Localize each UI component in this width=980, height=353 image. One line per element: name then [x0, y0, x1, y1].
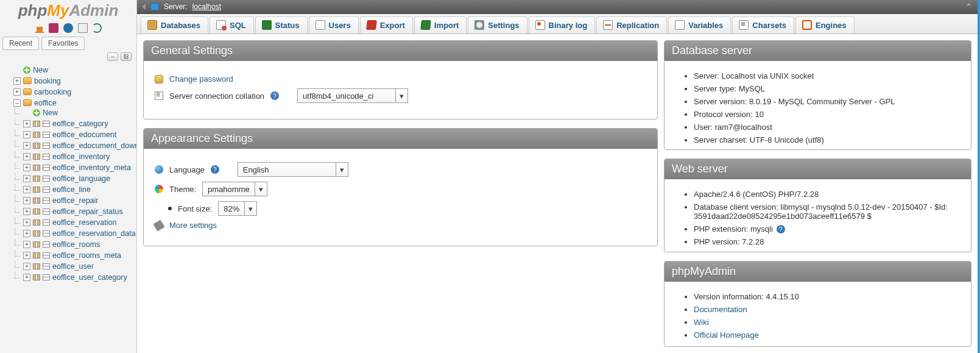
db-link[interactable]: booking [34, 77, 61, 85]
expand-icon[interactable]: + [23, 263, 30, 270]
columns-icon[interactable] [33, 121, 40, 127]
expand-icon[interactable]: + [23, 142, 30, 149]
phpmyadmin-panel: phpMyAdmin Version information: 4.4.15.1… [664, 261, 971, 347]
language-select[interactable]: English ▾ [238, 162, 348, 177]
tab-label: Engines [816, 21, 847, 30]
columns-icon[interactable] [33, 263, 40, 269]
expand-icon[interactable]: + [23, 219, 30, 226]
tab-status[interactable]: Status [255, 16, 308, 34]
tab-engines[interactable]: Engines [795, 16, 855, 34]
columns-icon[interactable] [33, 165, 40, 171]
reload-icon[interactable] [92, 23, 102, 33]
sidebar-tabs: Recent Favorites [0, 37, 136, 50]
tab-replication[interactable]: Replication [596, 16, 667, 34]
new-table-icon [33, 109, 40, 116]
help-icon[interactable]: ? [211, 165, 219, 174]
tab-binary-log[interactable]: Binary log [529, 16, 596, 34]
tab-import[interactable]: Import [414, 16, 467, 34]
link-button[interactable]: ⛓ [121, 52, 132, 61]
new-table-link[interactable]: New [43, 109, 58, 117]
columns-icon[interactable] [33, 209, 40, 215]
columns-icon[interactable] [33, 198, 40, 204]
table-link[interactable]: eoffice_inventory_meta [52, 163, 131, 172]
columns-icon[interactable] [33, 230, 40, 237]
database-server-panel: Database server Server: Localhost via UN… [664, 40, 971, 150]
tab-favorites[interactable]: Favorites [41, 37, 85, 50]
db-link[interactable]: eoffice [34, 99, 57, 107]
table-link[interactable]: eoffice_reservation [52, 218, 116, 227]
columns-icon[interactable] [33, 176, 40, 182]
columns-icon[interactable] [33, 143, 40, 149]
info-item: Server type: MySQL [694, 82, 960, 95]
expand-icon[interactable]: + [23, 241, 30, 248]
tab-settings[interactable]: Settings [468, 16, 527, 34]
table-link[interactable]: eoffice_repair [52, 196, 99, 205]
tab-variables[interactable]: Variables [668, 16, 731, 34]
expand-icon[interactable]: + [23, 164, 30, 171]
table-link[interactable]: eoffice_edocument_download [52, 141, 136, 150]
table-link[interactable]: eoffice_line [52, 185, 91, 194]
columns-icon[interactable] [33, 187, 40, 193]
expand-icon[interactable]: + [23, 120, 30, 127]
table-link[interactable]: eoffice_rooms_meta [52, 251, 121, 260]
expand-icon[interactable]: + [23, 186, 30, 193]
tab-databases[interactable]: Databases [141, 16, 208, 34]
tab-charsets[interactable]: Charsets [732, 16, 794, 34]
help-icon[interactable]: ? [777, 225, 785, 234]
table-link[interactable]: eoffice_user [52, 262, 94, 271]
table-link[interactable]: eoffice_inventory [52, 152, 110, 161]
expand-icon[interactable]: + [23, 208, 30, 215]
pma-link[interactable]: Wiki [694, 318, 709, 327]
new-db-link[interactable]: New [33, 66, 48, 74]
expand-icon[interactable]: + [23, 274, 30, 281]
columns-icon[interactable] [33, 154, 40, 160]
expand-icon[interactable]: + [23, 175, 30, 182]
back-icon[interactable] [142, 4, 146, 10]
table-link[interactable]: eoffice_edocument [52, 130, 116, 139]
expand-icon[interactable]: + [23, 153, 30, 160]
pma-link[interactable]: Official Homepage [694, 330, 759, 340]
tab-export[interactable]: Export [360, 16, 413, 34]
table-link[interactable]: eoffice_reservation_data [52, 229, 136, 238]
db-link[interactable]: carbooking [34, 88, 71, 96]
table-link[interactable]: eoffice_repair_status [52, 207, 123, 216]
expand-icon[interactable]: + [13, 77, 21, 85]
table-icon [43, 132, 50, 138]
expand-icon[interactable]: + [13, 88, 21, 96]
collation-select[interactable]: utf8mb4_unicode_ci ▾ [297, 88, 408, 103]
table-link[interactable]: eoffice_category [52, 119, 108, 128]
columns-icon[interactable] [33, 132, 40, 138]
table-icon [43, 154, 50, 160]
font-size-select[interactable]: 82% ▾ [218, 201, 257, 216]
help-icon[interactable]: ? [270, 91, 279, 100]
expand-icon[interactable]: – [13, 99, 21, 107]
tab-users[interactable]: Users [309, 16, 359, 34]
logo[interactable]: phpMyAdmin [0, 0, 136, 20]
columns-icon[interactable] [33, 274, 40, 280]
pma-link[interactable]: Documentation [694, 305, 747, 314]
expand-icon[interactable]: + [23, 131, 30, 138]
breadcrumb-server[interactable]: localhost [192, 2, 221, 11]
database-icon [23, 99, 32, 106]
docs-icon[interactable] [78, 23, 88, 33]
theme-select[interactable]: pmahomme ▾ [202, 182, 267, 196]
logout-icon[interactable] [49, 23, 58, 33]
table-link[interactable]: eoffice_language [52, 174, 110, 183]
font-size-label: Font size: [178, 204, 212, 213]
tab-recent[interactable]: Recent [2, 37, 39, 50]
change-password-link[interactable]: Change password [169, 74, 233, 84]
columns-icon[interactable] [33, 241, 40, 248]
columns-icon[interactable] [33, 252, 40, 259]
expand-icon[interactable]: + [23, 230, 30, 237]
more-settings-link[interactable]: More settings [169, 221, 217, 230]
table-link[interactable]: eoffice_rooms [52, 240, 100, 249]
collapse-button[interactable]: – [107, 52, 118, 61]
expand-icon[interactable]: + [23, 197, 30, 204]
help-icon[interactable] [63, 23, 73, 33]
tab-sql[interactable]: SQL [210, 16, 254, 34]
panel-toggle-icon[interactable]: ⌃ [965, 2, 973, 12]
table-link[interactable]: eoffice_user_category [52, 273, 127, 282]
columns-icon[interactable] [33, 219, 40, 226]
expand-icon[interactable]: + [23, 252, 30, 259]
home-icon[interactable] [35, 23, 44, 33]
